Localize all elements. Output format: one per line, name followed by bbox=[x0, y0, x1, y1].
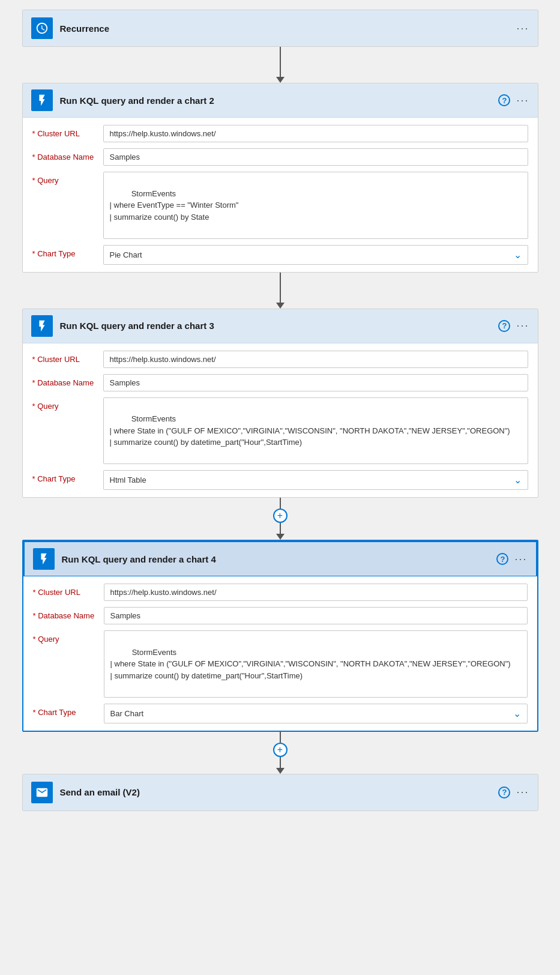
recurrence-header: Recurrence ··· bbox=[23, 10, 538, 46]
cluster-url-input-3[interactable]: https://help.kusto.windows.net/ bbox=[103, 351, 528, 368]
kql-card-2: Run KQL query and render a chart 2 ? ···… bbox=[22, 83, 538, 273]
recurrence-actions: ··· bbox=[516, 22, 529, 35]
connector-line bbox=[280, 47, 281, 77]
send-email-actions: ? ··· bbox=[498, 786, 529, 798]
kql-icon-3 bbox=[31, 315, 53, 337]
database-name-input-3[interactable]: Samples bbox=[103, 374, 528, 391]
plus-connector-1: + bbox=[273, 498, 288, 540]
add-step-button-2[interactable]: + bbox=[273, 743, 288, 757]
query-input-2[interactable]: StormEvents | where EventType == "Winter… bbox=[103, 172, 528, 239]
kql-card-2-help-button[interactable]: ? bbox=[498, 94, 510, 106]
kql-card-4-more-button[interactable]: ··· bbox=[514, 553, 527, 566]
cluster-url-input-4[interactable]: https://help.kusto.windows.net/ bbox=[104, 584, 528, 601]
send-email-card: Send an email (V2) ? ··· bbox=[22, 774, 538, 811]
kql-card-4-title: Run KQL query and render a chart 4 bbox=[62, 554, 490, 564]
database-name-input-2[interactable]: Samples bbox=[103, 148, 528, 166]
chart-type-label-4: Chart Type bbox=[33, 704, 99, 717]
chart-type-row-2: Chart Type Pie Chart ⌄ bbox=[32, 245, 528, 265]
arrow-connector-1 bbox=[276, 47, 285, 83]
arrow-connector-2 bbox=[276, 273, 285, 309]
kql-card-2-title: Run KQL query and render a chart 2 bbox=[60, 95, 492, 106]
recurrence-title: Recurrence bbox=[60, 23, 510, 34]
query-input-4[interactable]: StormEvents | where State in ("GULF OF M… bbox=[104, 630, 528, 698]
cluster-url-row-3: Cluster URL https://help.kusto.windows.n… bbox=[32, 351, 528, 368]
query-row-2: Query StormEvents | where EventType == "… bbox=[32, 172, 528, 239]
kql-card-3-actions: ? ··· bbox=[498, 319, 529, 332]
chart-type-chevron-4: ⌄ bbox=[513, 708, 521, 719]
send-email-help-button[interactable]: ? bbox=[498, 786, 510, 798]
kql-card-3: Run KQL query and render a chart 3 ? ···… bbox=[22, 309, 538, 498]
plus-line-top-2 bbox=[280, 732, 281, 743]
chart-type-label-3: Chart Type bbox=[32, 470, 98, 483]
recurrence-card: Recurrence ··· bbox=[22, 10, 538, 47]
kql-card-3-more-button[interactable]: ··· bbox=[516, 319, 529, 332]
plus-arrowhead-2 bbox=[276, 768, 285, 774]
plus-connector-2: + bbox=[273, 732, 288, 774]
database-name-row-3: Database Name Samples bbox=[32, 374, 528, 391]
kql-card-2-body: Cluster URL https://help.kusto.windows.n… bbox=[23, 118, 538, 272]
recurrence-more-button[interactable]: ··· bbox=[516, 22, 529, 35]
kql-icon-4 bbox=[33, 548, 55, 570]
clock-icon bbox=[35, 22, 49, 35]
plus-line-bottom-2 bbox=[280, 757, 281, 768]
add-step-button-1[interactable]: + bbox=[273, 509, 288, 523]
kql-card-2-header: Run KQL query and render a chart 2 ? ··· bbox=[23, 83, 538, 118]
kql-icon-2 bbox=[31, 89, 53, 111]
database-name-label-3: Database Name bbox=[32, 374, 98, 387]
chart-type-select-2[interactable]: Pie Chart ⌄ bbox=[103, 245, 528, 265]
plus-line-top bbox=[280, 498, 281, 509]
kql-card-4-header: Run KQL query and render a chart 4 ? ··· bbox=[23, 541, 537, 576]
cluster-url-row-4: Cluster URL https://help.kusto.windows.n… bbox=[33, 584, 528, 601]
kql-card-2-actions: ? ··· bbox=[498, 94, 529, 107]
kql-card-3-title: Run KQL query and render a chart 3 bbox=[60, 321, 492, 331]
kql-card-3-help-button[interactable]: ? bbox=[498, 320, 510, 332]
database-name-row-2: Database Name Samples bbox=[32, 148, 528, 166]
kql-card-3-body: Cluster URL https://help.kusto.windows.n… bbox=[23, 343, 538, 498]
cluster-url-label-2: Cluster URL bbox=[32, 125, 98, 138]
database-name-label-4: Database Name bbox=[33, 607, 99, 620]
send-email-header: Send an email (V2) ? ··· bbox=[23, 774, 538, 810]
database-name-label-2: Database Name bbox=[32, 148, 98, 161]
plus-line-bottom bbox=[280, 523, 281, 534]
kql-card-4: Run KQL query and render a chart 4 ? ···… bbox=[22, 540, 538, 732]
database-name-input-4[interactable]: Samples bbox=[104, 607, 528, 624]
send-email-title: Send an email (V2) bbox=[60, 787, 492, 797]
query-label-2: Query bbox=[32, 172, 98, 185]
chart-type-chevron-3: ⌄ bbox=[514, 474, 522, 486]
query-label-3: Query bbox=[32, 397, 98, 411]
send-email-more-button[interactable]: ··· bbox=[516, 786, 529, 798]
chart-type-chevron-2: ⌄ bbox=[514, 249, 522, 261]
connector-arrowhead bbox=[276, 77, 285, 83]
connector-line bbox=[280, 273, 281, 303]
kql-lightning-icon-4 bbox=[37, 552, 50, 566]
chart-type-row-4: Chart Type Bar Chart ⌄ bbox=[33, 704, 528, 723]
chart-type-row-3: Chart Type Html Table ⌄ bbox=[32, 470, 528, 490]
query-row-4: Query StormEvents | where State in ("GUL… bbox=[33, 630, 528, 698]
email-svg-icon bbox=[35, 786, 49, 799]
kql-card-4-help-button[interactable]: ? bbox=[496, 553, 508, 565]
query-row-3: Query StormEvents | where State in ("GUL… bbox=[32, 397, 528, 465]
query-input-3[interactable]: StormEvents | where State in ("GULF OF M… bbox=[103, 397, 528, 465]
chart-type-label-2: Chart Type bbox=[32, 245, 98, 258]
kql-card-4-actions: ? ··· bbox=[496, 553, 527, 566]
kql-card-3-header: Run KQL query and render a chart 3 ? ··· bbox=[23, 309, 538, 343]
chart-type-select-4[interactable]: Bar Chart ⌄ bbox=[104, 704, 528, 723]
kql-card-4-body: Cluster URL https://help.kusto.windows.n… bbox=[23, 576, 537, 731]
connector-arrowhead bbox=[276, 303, 285, 309]
kql-lightning-icon bbox=[35, 94, 49, 107]
kql-card-2-more-button[interactable]: ··· bbox=[516, 94, 529, 107]
database-name-row-4: Database Name Samples bbox=[33, 607, 528, 624]
query-label-4: Query bbox=[33, 630, 99, 644]
cluster-url-label-3: Cluster URL bbox=[32, 351, 98, 364]
page-container: Recurrence ··· Run KQL query and render … bbox=[0, 0, 560, 821]
cluster-url-label-4: Cluster URL bbox=[33, 584, 99, 597]
cluster-url-input-2[interactable]: https://help.kusto.windows.net/ bbox=[103, 125, 528, 142]
kql-lightning-icon-3 bbox=[35, 319, 49, 333]
plus-arrowhead bbox=[276, 534, 285, 540]
recurrence-icon bbox=[31, 17, 53, 39]
email-icon bbox=[31, 782, 53, 803]
cluster-url-row-2: Cluster URL https://help.kusto.windows.n… bbox=[32, 125, 528, 142]
chart-type-select-3[interactable]: Html Table ⌄ bbox=[103, 470, 528, 490]
